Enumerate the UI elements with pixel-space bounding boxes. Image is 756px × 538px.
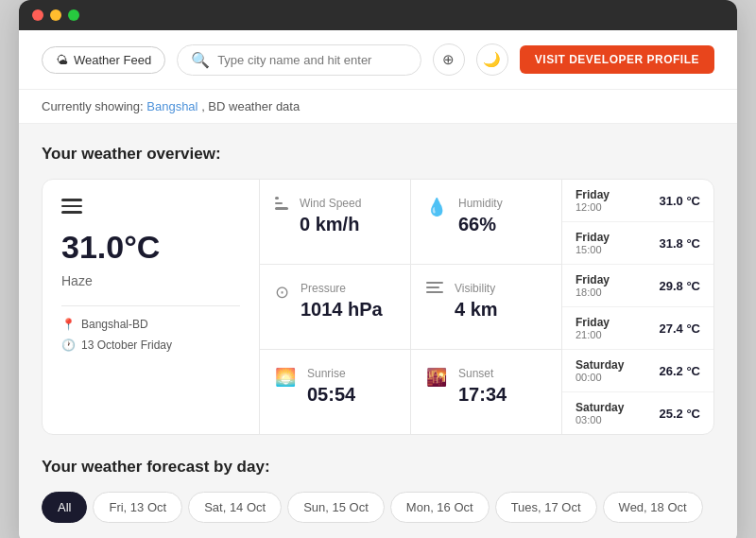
wind-speed-value: 0 km/h xyxy=(300,214,361,235)
weather-card: 31.0°C Haze 📍 Bangshal-BD 🕐 13 October F… xyxy=(43,180,260,434)
sunrise-icon: 🌅 xyxy=(275,367,296,388)
forecast-col: Friday 12:00 31.0 °C Friday 15:00 31.8 °… xyxy=(562,180,713,434)
visibility-value: 4 km xyxy=(455,299,498,321)
weather-feed-button[interactable]: 🌤 Weather Feed xyxy=(42,46,165,74)
sunrise-value: 05:54 xyxy=(307,384,355,406)
tab-day-4[interactable]: Mon, 16 Oct xyxy=(390,492,490,523)
search-input[interactable] xyxy=(217,53,407,67)
forecast-time: 00:00 xyxy=(576,372,624,383)
moon-button[interactable]: 🌙 xyxy=(476,43,508,76)
city-link[interactable]: Bangshal xyxy=(146,99,198,113)
tab-day-2[interactable]: Sat, 14 Oct xyxy=(188,492,282,523)
temperature: 31.0°C xyxy=(61,229,240,266)
tab-day-6[interactable]: Wed, 18 Oct xyxy=(603,492,703,523)
overview-grid: 31.0°C Haze 📍 Bangshal-BD 🕐 13 October F… xyxy=(42,179,714,435)
calendar-icon: 🕐 xyxy=(61,338,76,352)
status-prefix: Currently showing: xyxy=(42,99,144,113)
forecast-time: 21:00 xyxy=(576,329,610,340)
forecast-row: Saturday 00:00 26.2 °C xyxy=(562,350,713,392)
forecast-day: Friday xyxy=(576,273,610,286)
main-content: Your weather overview: 31.0°C Haze 📍 Ban… xyxy=(19,124,737,538)
wind-speed-cell: Wind Speed 0 km/h xyxy=(260,180,410,265)
stats-col-2: 💧 Humidity 66% Visibility 4 km xyxy=(411,180,562,434)
weather-description: Haze xyxy=(61,273,240,288)
date-row: 🕐 13 October Friday xyxy=(61,338,240,352)
sunrise-cell: 🌅 Sunrise 05:54 xyxy=(260,350,410,434)
sunrise-label: Sunrise xyxy=(307,367,355,380)
maximize-dot[interactable] xyxy=(68,9,79,21)
visibility-cell: Visibility 4 km xyxy=(411,265,561,350)
location-text: Bangshal-BD xyxy=(81,318,148,331)
forecast-temp: 27.4 °C xyxy=(659,321,700,336)
pressure-value: 1014 hPa xyxy=(301,299,383,321)
tab-day-1[interactable]: Fri, 13 Oct xyxy=(93,492,182,523)
close-dot[interactable] xyxy=(32,9,43,21)
status-suffix: , BD weather data xyxy=(201,99,300,113)
header: 🌤 Weather Feed 🔍 ⊕ 🌙 VISIT DEVELOPER PRO… xyxy=(19,30,737,90)
forecast-time: 12:00 xyxy=(576,201,610,213)
sunset-cell: 🌇 Sunset 17:34 xyxy=(411,350,561,434)
weather-feed-label: Weather Feed xyxy=(74,53,151,67)
visibility-icon xyxy=(426,282,443,293)
status-bar: Currently showing: Bangshal , BD weather… xyxy=(19,90,737,124)
wind-icon xyxy=(275,197,288,210)
app-content: 🌤 Weather Feed 🔍 ⊕ 🌙 VISIT DEVELOPER PRO… xyxy=(19,30,737,538)
forecast-section: Your weather forecast by day: AllFri, 13… xyxy=(42,458,714,523)
location-icon: 📍 xyxy=(61,318,76,331)
forecast-row: Friday 21:00 27.4 °C xyxy=(562,307,713,350)
cloud-icon: 🌤 xyxy=(56,53,68,67)
pressure-cell: ⊙ Pressure 1014 hPa xyxy=(260,265,410,350)
forecast-title: Your weather forecast by day: xyxy=(42,458,714,477)
forecast-temp: 29.8 °C xyxy=(659,279,700,293)
sunset-value: 17:34 xyxy=(458,384,507,406)
app-window: 🌤 Weather Feed 🔍 ⊕ 🌙 VISIT DEVELOPER PRO… xyxy=(19,0,737,538)
forecast-row: Saturday 03:00 25.2 °C xyxy=(562,392,713,434)
forecast-day: Friday xyxy=(576,188,610,201)
forecast-row: Friday 18:00 29.8 °C xyxy=(562,265,713,307)
titlebar xyxy=(19,0,737,30)
tab-day-5[interactable]: Tues, 17 Oct xyxy=(495,492,597,523)
moon-icon: 🌙 xyxy=(483,51,501,68)
sunset-icon: 🌇 xyxy=(426,367,447,388)
location-row: 📍 Bangshal-BD xyxy=(61,318,240,331)
divider xyxy=(61,305,240,306)
visit-developer-button[interactable]: VISIT DEVELOPER PROFILE xyxy=(520,45,714,74)
forecast-row: Friday 15:00 31.8 °C xyxy=(562,222,713,265)
forecast-day: Saturday xyxy=(576,401,624,414)
stats-col-1: Wind Speed 0 km/h ⊙ Pressure 1014 hPa 🌅 xyxy=(260,180,411,434)
forecast-temp: 31.0 °C xyxy=(659,194,700,208)
forecast-day: Saturday xyxy=(576,358,624,372)
humidity-cell: 💧 Humidity 66% xyxy=(411,180,561,265)
wind-speed-label: Wind Speed xyxy=(300,197,361,210)
tab-day-3[interactable]: Sun, 15 Oct xyxy=(287,492,385,523)
minimize-dot[interactable] xyxy=(50,9,61,21)
pressure-label: Pressure xyxy=(301,282,383,295)
visibility-label: Visibility xyxy=(455,282,498,295)
sunset-label: Sunset xyxy=(458,367,507,380)
forecast-temp: 31.8 °C xyxy=(659,236,700,251)
pressure-icon: ⊙ xyxy=(275,282,289,303)
compass-button[interactable]: ⊕ xyxy=(433,43,465,76)
humidity-value: 66% xyxy=(458,214,503,235)
forecast-row: Friday 12:00 31.0 °C xyxy=(562,180,713,222)
forecast-temp: 25.2 °C xyxy=(659,407,700,421)
forecast-time: 15:00 xyxy=(576,244,610,255)
day-tabs: AllFri, 13 OctSat, 14 OctSun, 15 OctMon,… xyxy=(42,492,714,523)
forecast-time: 18:00 xyxy=(576,286,610,298)
overview-title: Your weather overview: xyxy=(42,145,714,164)
date-text: 13 October Friday xyxy=(81,338,172,352)
humidity-icon: 💧 xyxy=(426,197,447,217)
forecast-time: 03:00 xyxy=(576,414,624,425)
search-bar: 🔍 xyxy=(177,44,421,76)
forecast-temp: 26.2 °C xyxy=(659,364,700,378)
forecast-day: Friday xyxy=(576,316,610,329)
search-icon: 🔍 xyxy=(191,51,210,69)
compass-icon: ⊕ xyxy=(442,51,455,68)
forecast-day: Friday xyxy=(576,231,610,244)
humidity-label: Humidity xyxy=(458,197,503,210)
tab-all[interactable]: All xyxy=(42,492,87,523)
haze-icon xyxy=(61,199,240,214)
